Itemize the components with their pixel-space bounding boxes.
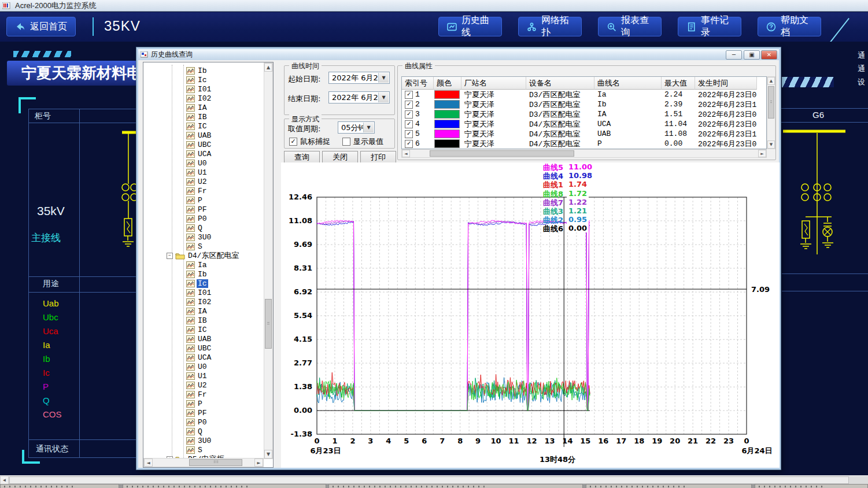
tree-item-P[interactable]: P — [186, 195, 204, 205]
tree-item-Ia[interactable]: Ia — [186, 260, 208, 269]
tree-item-UAB[interactable]: UAB — [186, 334, 212, 343]
taskbar-item[interactable] — [123, 484, 326, 488]
tree-item-IB[interactable]: IB — [186, 112, 208, 121]
tree-item-IB[interactable]: IB — [186, 316, 208, 325]
start-date-combo[interactable]: 2022年 6月23 ▼ — [328, 72, 390, 84]
query-button[interactable]: 查询 — [284, 151, 320, 164]
chart-plot[interactable]: 12.4611.089.698.316.925.544.152.771.380.… — [281, 162, 780, 468]
tree-item-I01[interactable]: I01 — [186, 288, 212, 297]
scroll-thumb[interactable] — [9, 476, 849, 484]
tree-item-Ib[interactable]: Ib — [186, 66, 208, 75]
attr-col-header[interactable]: 发生时间 — [695, 77, 757, 90]
scroll-thumb[interactable] — [189, 459, 242, 466]
scroll-left-arrow[interactable]: ◄ — [0, 476, 9, 485]
dialog-maximize-button[interactable]: ▣ — [744, 50, 760, 60]
attr-table-vertical-scrollbar[interactable]: ▲ ▼ — [767, 76, 775, 149]
dialog-titlebar[interactable]: 历史曲线查询 — [138, 49, 779, 60]
attr-col-header[interactable]: 索引号 — [402, 77, 434, 90]
nav-button-event-log[interactable]: 事件记录 — [678, 17, 741, 36]
print-button[interactable]: 打印 — [360, 151, 396, 164]
tree-item-P[interactable]: P — [186, 399, 204, 408]
tree-item-U1[interactable]: U1 — [186, 371, 208, 380]
tree-item-IA[interactable]: IA — [186, 103, 208, 112]
row-checkbox[interactable]: ✓ — [405, 91, 413, 99]
attr-table-horizontal-scrollbar[interactable]: ◄ ► — [401, 149, 767, 158]
tree-item-U1[interactable]: U1 — [186, 168, 208, 177]
row-checkbox[interactable]: ✓ — [405, 120, 413, 128]
tree-item-PF[interactable]: PF — [186, 205, 208, 214]
end-date-combo[interactable]: 2022年 6月23 ▼ — [328, 91, 390, 103]
tree-item-3U0[interactable]: 3U0 — [186, 232, 212, 242]
taskbar-item[interactable] — [586, 484, 752, 488]
tree-item-I01[interactable]: I01 — [186, 84, 212, 94]
scroll-thumb[interactable] — [265, 299, 272, 349]
home-button[interactable]: 返回首页 — [6, 17, 76, 36]
window-horizontal-scrollbar[interactable]: ◄ — [0, 475, 868, 485]
attr-col-header[interactable]: 最大值 — [662, 77, 695, 90]
attr-col-header[interactable]: 曲线名 — [594, 77, 662, 90]
dialog-minimize-button[interactable]: ─ — [726, 50, 742, 60]
taskbar-item[interactable] — [755, 484, 868, 488]
tree-item-Q[interactable]: Q — [186, 223, 204, 232]
tree-item-Ic[interactable]: Ic — [186, 279, 208, 288]
tree-folder-D4/东区配电室[interactable]: −D4/东区配电室 — [167, 251, 240, 260]
scroll-left-arrow[interactable]: ◄ — [402, 150, 410, 157]
taskbar-item[interactable] — [328, 484, 583, 488]
nav-button-report-search[interactable]: 报表查询 — [598, 17, 662, 36]
curve-chart[interactable]: 12.4611.089.698.316.925.544.152.771.380.… — [281, 162, 780, 468]
tree-item-U2[interactable]: U2 — [186, 380, 208, 390]
tree-item-UCA[interactable]: UCA — [186, 149, 212, 158]
tree-item-PF[interactable]: PF — [186, 408, 208, 417]
scroll-thumb[interactable] — [768, 86, 774, 119]
row-checkbox[interactable]: ✓ — [405, 101, 413, 109]
attr-col-header[interactable]: 设备名 — [526, 77, 594, 90]
scroll-up-arrow[interactable]: ▲ — [767, 77, 775, 85]
tree-item-P0[interactable]: P0 — [186, 417, 208, 427]
period-combo[interactable]: 05分钟 ▼ — [338, 121, 375, 134]
tree-item-U0[interactable]: U0 — [186, 362, 208, 371]
nav-button-curve-chart[interactable]: 历史曲线 — [438, 17, 502, 36]
tree-item-S[interactable]: S — [186, 445, 204, 454]
row-checkbox[interactable]: ✓ — [405, 130, 413, 138]
show-max-checkbox[interactable]: 显示最值 — [342, 136, 383, 147]
attr-col-header[interactable]: 颜色 — [434, 77, 461, 90]
tree-item-Fr[interactable]: Fr — [186, 390, 208, 399]
scroll-down-arrow[interactable]: ▼ — [767, 141, 775, 149]
scroll-left-arrow[interactable]: ◄ — [144, 459, 153, 467]
tree-item-IA[interactable]: IA — [186, 306, 208, 316]
tree-item-UBC[interactable]: UBC — [186, 343, 212, 353]
scroll-thumb[interactable] — [430, 150, 574, 157]
tree-item-UBC[interactable]: UBC — [186, 140, 212, 149]
attr-col-header[interactable]: 厂站名 — [461, 77, 526, 90]
scroll-up-arrow[interactable]: ▲ — [264, 63, 272, 72]
tree-item-Ic[interactable]: Ic — [186, 75, 208, 84]
tree-item-IC[interactable]: IC — [186, 325, 208, 334]
tree-item-Ib[interactable]: Ib — [186, 269, 208, 279]
chevron-down-icon[interactable]: ▼ — [378, 73, 389, 83]
tree-item-P0[interactable]: P0 — [186, 214, 208, 223]
tree-item-I02[interactable]: I02 — [186, 94, 212, 103]
tree-item-3U0[interactable]: 3U0 — [186, 436, 212, 445]
scroll-right-arrow[interactable]: ► — [758, 150, 766, 157]
tree-item-U0[interactable]: U0 — [186, 158, 208, 168]
close-button[interactable]: 关闭 — [322, 151, 358, 164]
row-checkbox[interactable]: ✓ — [405, 140, 413, 148]
row-checkbox[interactable]: ✓ — [405, 110, 413, 119]
tree-item-U2[interactable]: U2 — [186, 177, 208, 186]
nav-button-network-topology[interactable]: 网络拓扑 — [518, 17, 582, 36]
scroll-right-arrow[interactable]: ► — [254, 459, 263, 467]
tree-item-S[interactable]: S — [186, 242, 204, 251]
tree-item-UCA[interactable]: UCA — [186, 353, 212, 362]
tree-item-I02[interactable]: I02 — [186, 297, 212, 306]
nav-button-help[interactable]: 帮助文档 — [758, 17, 821, 36]
taskbar-item[interactable] — [0, 484, 119, 488]
tree-horizontal-scrollbar[interactable]: ◄ ► — [143, 458, 264, 467]
collapse-icon[interactable]: − — [167, 253, 173, 259]
chevron-down-icon[interactable]: ▼ — [363, 123, 374, 132]
tree-item-Q[interactable]: Q — [186, 427, 204, 436]
mouse-capture-checkbox[interactable]: ✓ 鼠标捕捉 — [289, 136, 330, 147]
tree-item-UAB[interactable]: UAB — [186, 131, 212, 140]
dialog-close-button[interactable]: ✕ — [761, 50, 777, 60]
tree-vertical-scrollbar[interactable]: ▲ ▼ — [264, 62, 273, 459]
chevron-down-icon[interactable]: ▼ — [378, 93, 389, 102]
